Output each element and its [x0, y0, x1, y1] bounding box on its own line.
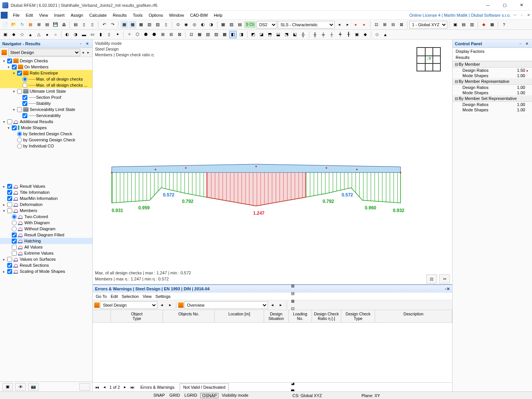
tb2-tool-30-icon[interactable]: ⬒	[266, 31, 274, 38]
tree-by-selected[interactable]: by Selected Design Check	[0, 131, 92, 137]
status-lgrid[interactable]: LGRID	[183, 393, 199, 398]
tb2-tool-15-icon[interactable]: ⬡	[134, 31, 141, 38]
tb2-tool-26-icon[interactable]: ◧	[229, 31, 237, 38]
app-menu-icon[interactable]	[1, 12, 8, 19]
errors-col-6[interactable]: Design CheckRatio η [-]	[312, 310, 342, 322]
menu-options[interactable]: Options	[146, 12, 166, 19]
errors-col-2[interactable]: Objects No.	[163, 310, 215, 322]
tb2-tool-24-icon[interactable]: ▨	[212, 31, 220, 38]
tb2-tool-37-icon[interactable]: ┼	[328, 31, 336, 38]
tb2-tool-12-icon[interactable]: ▯	[105, 31, 113, 38]
tb2-tool-43-icon[interactable]: ▲	[382, 31, 389, 38]
menu-cad-bim[interactable]: CAD-BIM	[187, 12, 211, 19]
table6-icon[interactable]: ▯	[162, 21, 170, 28]
design-module-select[interactable]: Steel Design	[8, 49, 80, 56]
eye3-icon[interactable]: ◎	[191, 21, 198, 28]
errors-close-icon[interactable]: ✕	[446, 287, 450, 291]
tree-sls[interactable]: ▾Serviceability Limit State	[0, 106, 92, 112]
tb2-tool-33-icon[interactable]: ⬕	[291, 31, 299, 38]
mdi-close-icon[interactable]: ✕	[526, 13, 531, 18]
errors-col-1[interactable]: ObjectType	[111, 310, 163, 322]
menu-tools[interactable]: Tools	[130, 12, 146, 19]
tree-maxmin[interactable]: Max/Min Information	[0, 195, 92, 201]
errors-col-4[interactable]: DesignSituation	[264, 310, 289, 322]
view4-icon[interactable]: ⊠	[397, 21, 405, 28]
cp-row-1-0[interactable]: Design Ratios1.00	[453, 85, 532, 90]
errors-next1-icon[interactable]: ▸	[166, 301, 174, 309]
tree-stability[interactable]: Stability	[0, 100, 92, 106]
table1-icon[interactable]: ▦	[120, 21, 128, 28]
tree-design-checks[interactable]: ▾Design Checks	[0, 58, 92, 64]
errors-overview-select[interactable]: Overview	[184, 301, 268, 309]
errors-menu-selection[interactable]: Selection	[122, 294, 139, 299]
table3-icon[interactable]: ▦	[137, 21, 145, 28]
tool-e-icon[interactable]: ▦	[488, 21, 496, 28]
page-first-icon[interactable]: ⏮	[94, 385, 100, 390]
tree-section-proof[interactable]: Section Proof	[0, 94, 92, 100]
refresh-icon[interactable]: ↻	[18, 21, 26, 28]
tab-errors-warnings[interactable]: Errors & Warnings	[138, 384, 177, 391]
tb2-tool-41-icon[interactable]: ◆	[361, 31, 369, 38]
tb2-tool-23-icon[interactable]: ▧	[204, 31, 212, 38]
tb2-tool-32-icon[interactable]: ⬔	[283, 31, 290, 38]
mdi-restore-icon[interactable]: ▫	[519, 13, 524, 18]
tool-b-icon[interactable]: ▤	[460, 21, 467, 28]
tb2-tool-35-icon[interactable]: ╫	[311, 31, 319, 38]
status-visibility-mode[interactable]: Visibility mode	[220, 393, 250, 398]
menu-view[interactable]: View	[36, 12, 51, 19]
tree-members[interactable]: ▾Members	[0, 207, 92, 214]
errors-col-5[interactable]: LoadingNo.	[289, 310, 312, 322]
cp-group-0[interactable]: ⊟By Member	[453, 61, 532, 68]
nav-tab-results-icon[interactable]	[79, 383, 90, 391]
prev-load-icon[interactable]: ◂	[336, 21, 343, 28]
nav-tab-project-icon[interactable]: ▣	[2, 383, 13, 391]
tree-hatching[interactable]: Hatching	[0, 238, 92, 244]
tb2-tool-39-icon[interactable]: ╂	[345, 31, 352, 38]
tb2-tool-29-icon[interactable]: ◪	[258, 31, 265, 38]
model-icon[interactable]: ⊞	[35, 21, 43, 28]
nav-tab-views-icon[interactable]: 📷	[28, 383, 39, 391]
mdi-minimize-icon[interactable]: ─	[512, 13, 518, 18]
menu-help[interactable]: Help	[211, 12, 226, 19]
flag1-icon[interactable]: ▸	[352, 21, 360, 28]
tree-deformation[interactable]: ▸Deformation	[0, 201, 92, 207]
status-grid[interactable]: GRID	[168, 393, 182, 398]
errors-prev2-icon[interactable]: ◂	[269, 301, 276, 309]
flag2-icon[interactable]: ▸	[361, 21, 368, 28]
eye4-icon[interactable]: ◐	[199, 21, 207, 28]
tb2-tool-2-icon[interactable]: ◇	[18, 31, 26, 38]
new-file-icon[interactable]: 📄	[2, 21, 9, 28]
errors-col-0[interactable]	[93, 310, 111, 322]
errors-table-body[interactable]	[93, 323, 452, 382]
grid-icon[interactable]: ▦	[27, 21, 34, 28]
viewport[interactable]: Visibility mode Steel Design Members | D…	[93, 40, 452, 284]
cp-dock-icon[interactable]: ▫	[518, 41, 523, 46]
tb2-tool-27-icon[interactable]: ◨	[238, 31, 245, 38]
coord-system-combo[interactable]: 1 - Global XYZ	[409, 21, 447, 28]
tree-two-colored[interactable]: Two-Colored	[0, 214, 92, 220]
cp-group-1[interactable]: ⊟By Member Representative	[453, 78, 532, 85]
tree-additional-results[interactable]: ▾Additional Results	[0, 119, 92, 125]
menu-insert[interactable]: Insert	[51, 12, 68, 19]
tb2-tool-28-icon[interactable]: ◩	[249, 31, 257, 38]
tb2-tool-10-icon[interactable]: ▭	[89, 31, 96, 38]
tb2-tool-13-icon[interactable]: ✦	[114, 31, 121, 38]
tb2-tool-40-icon[interactable]: ▣	[353, 31, 361, 38]
calc2-icon[interactable]: ▨	[228, 21, 235, 28]
eye2-icon[interactable]: ◉	[182, 21, 190, 28]
view3-icon[interactable]: ⊟	[389, 21, 397, 28]
tree-by-governing[interactable]: by Governing Design Check	[0, 137, 92, 143]
tb2-tool-17-icon[interactable]: ⬣	[150, 31, 158, 38]
tool-c-icon[interactable]: ▥	[468, 21, 476, 28]
tree-title-info[interactable]: Title Information	[0, 189, 92, 195]
errors-col-7[interactable]: Design CheckType	[341, 310, 375, 322]
menu-calculate[interactable]: Calculate	[86, 12, 110, 19]
tb2-tool-31-icon[interactable]: ⬓	[274, 31, 282, 38]
tb2-tool-14-icon[interactable]: ✧	[125, 31, 133, 38]
menu-assign[interactable]: Assign	[68, 12, 86, 19]
tab-not-valid[interactable]: Not Valid / Deactivated	[180, 383, 229, 391]
errors-menu-settings[interactable]: Settings	[155, 294, 171, 299]
tb2-tool-5-icon[interactable]: ●	[43, 31, 51, 38]
errors-module-select[interactable]: Steel Design	[100, 301, 157, 309]
menu-window[interactable]: Window	[166, 12, 187, 19]
